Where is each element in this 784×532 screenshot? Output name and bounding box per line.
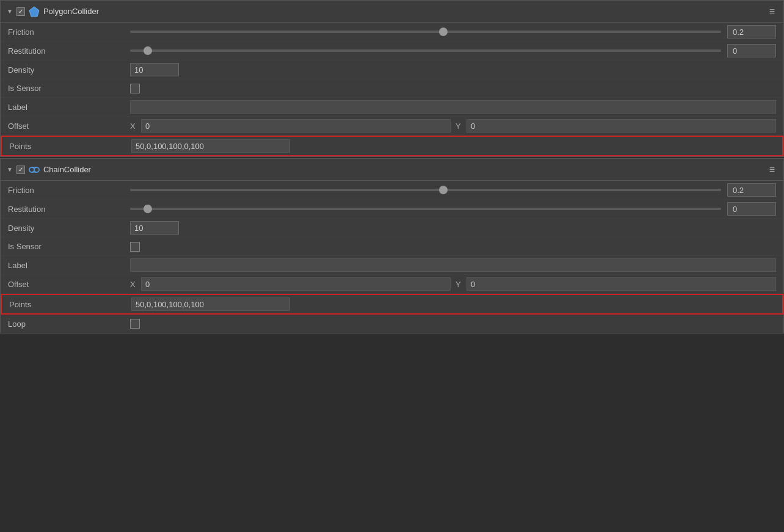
polygon-offset-x-field: X [130, 119, 451, 133]
polygon-restitution-thumb[interactable] [143, 46, 152, 55]
polygon-offset-y-input[interactable] [466, 119, 776, 133]
polygon-restitution-track[interactable] [130, 49, 721, 52]
chain-offset-fields: X Y [130, 277, 776, 291]
chain-restitution-thumb[interactable] [143, 205, 152, 213]
chain-offset-x-label: X [130, 280, 139, 289]
polygon-points-control [131, 139, 775, 153]
chain-label-label: Label [8, 261, 130, 270]
polygon-issensor-control [130, 84, 776, 93]
polygon-restitution-label: Restitution [8, 46, 130, 56]
chain-friction-label: Friction [8, 186, 130, 195]
svg-marker-0 [29, 7, 39, 16]
polygon-offset-y-label: Y [456, 122, 464, 131]
chain-density-row: Density 10 [1, 219, 783, 238]
polygon-friction-track[interactable] [130, 31, 721, 33]
polygon-points-label: Points [9, 142, 131, 151]
chain-loop-row: Loop [1, 315, 783, 333]
svg-point-1 [29, 167, 34, 172]
polygon-restitution-value[interactable]: 0 [727, 44, 776, 57]
chain-offset-y-label: Y [456, 280, 464, 289]
chain-label-input[interactable] [130, 258, 776, 272]
chain-icon [29, 164, 40, 175]
chain-offset-label: Offset [8, 280, 130, 289]
polygon-density-control: 10 [130, 63, 776, 76]
chain-label-control [130, 258, 776, 272]
polygon-points-row: Points [1, 136, 783, 156]
chain-points-label: Points [9, 300, 131, 309]
chain-menu-button[interactable]: ≡ [767, 164, 777, 175]
polygon-collider-header-left: ▼ PolygonCollider [7, 6, 767, 17]
polygon-friction-label: Friction [8, 27, 130, 37]
chain-offset-y-field: Y [456, 277, 776, 291]
polygon-label-input[interactable] [130, 100, 776, 114]
chain-collider-header-left: ▼ ChainCollider [7, 164, 767, 175]
chain-issensor-label: Is Sensor [8, 242, 130, 251]
chain-collider-header: ▼ ChainCollider ≡ [1, 159, 783, 181]
chain-issensor-control [130, 242, 776, 252]
chain-density-control: 10 [130, 221, 776, 235]
chain-offset-row: Offset X Y [1, 275, 783, 294]
polygon-friction-row: Friction 0.2 [1, 23, 783, 42]
polygon-menu-button[interactable]: ≡ [767, 6, 777, 17]
svg-point-2 [34, 167, 39, 172]
chain-friction-thumb[interactable] [439, 186, 448, 194]
chain-friction-row: Friction 0.2 [1, 181, 783, 200]
chain-offset-x-input[interactable] [141, 277, 451, 291]
polygon-offset-control: X Y [130, 119, 776, 133]
chain-restitution-row: Restitution 0 [1, 200, 783, 219]
polygon-offset-label: Offset [8, 122, 130, 131]
polygon-friction-value[interactable]: 0.2 [727, 25, 776, 38]
chain-loop-control [130, 319, 776, 329]
polygon-icon [29, 6, 40, 17]
chain-restitution-label: Restitution [8, 205, 130, 214]
chain-friction-control: 0.2 [130, 183, 776, 197]
polygon-collider-panel: ▼ PolygonCollider ≡ Friction 0.2 Restitu… [0, 0, 784, 157]
chain-loop-checkbox[interactable] [130, 319, 140, 329]
polygon-friction-thumb[interactable] [439, 27, 448, 36]
polygon-points-input[interactable] [131, 139, 290, 153]
polygon-label-row: Label [1, 98, 783, 117]
polygon-issensor-label: Is Sensor [8, 84, 130, 93]
polygon-label-label: Label [8, 103, 130, 112]
polygon-enabled-checkbox[interactable] [16, 7, 25, 16]
chain-friction-value[interactable]: 0.2 [727, 183, 776, 197]
polygon-offset-y-field: Y [456, 119, 776, 133]
polygon-collapse-arrow[interactable]: ▼ [7, 8, 13, 15]
polygon-restitution-control: 0 [130, 44, 776, 57]
polygon-offset-x-label: X [130, 122, 139, 131]
polygon-restitution-row: Restitution 0 [1, 42, 783, 60]
polygon-issensor-checkbox[interactable] [130, 84, 140, 93]
polygon-offset-fields: X Y [130, 119, 776, 133]
chain-restitution-track[interactable] [130, 208, 721, 210]
polygon-density-input[interactable]: 10 [130, 63, 179, 76]
polygon-collider-header: ▼ PolygonCollider ≡ [1, 1, 783, 23]
chain-density-input[interactable]: 10 [130, 221, 179, 235]
chain-points-input[interactable] [131, 297, 290, 311]
chain-enabled-checkbox[interactable] [16, 166, 25, 174]
chain-offset-y-input[interactable] [466, 277, 776, 291]
chain-collider-panel: ▼ ChainCollider ≡ Friction 0.2 Restituti… [0, 158, 784, 333]
chain-density-label: Density [8, 224, 130, 233]
polygon-issensor-row: Is Sensor [1, 79, 783, 98]
chain-offset-x-field: X [130, 277, 451, 291]
chain-offset-control: X Y [130, 277, 776, 291]
chain-label-row: Label [1, 256, 783, 275]
chain-points-control [131, 297, 775, 311]
polygon-density-row: Density 10 [1, 60, 783, 79]
polygon-offset-x-input[interactable] [141, 119, 451, 133]
chain-title: ChainCollider [43, 165, 91, 174]
polygon-friction-control: 0.2 [130, 25, 776, 38]
chain-friction-track[interactable] [130, 189, 721, 191]
polygon-label-control [130, 100, 776, 114]
chain-points-row: Points [1, 294, 783, 315]
chain-issensor-row: Is Sensor [1, 238, 783, 256]
chain-restitution-control: 0 [130, 202, 776, 216]
chain-issensor-checkbox[interactable] [130, 242, 140, 252]
chain-collapse-arrow[interactable]: ▼ [7, 166, 13, 173]
chain-loop-label: Loop [8, 319, 130, 329]
polygon-offset-row: Offset X Y [1, 117, 783, 136]
chain-restitution-value[interactable]: 0 [727, 202, 776, 216]
polygon-density-label: Density [8, 65, 130, 75]
polygon-title: PolygonCollider [43, 7, 99, 16]
